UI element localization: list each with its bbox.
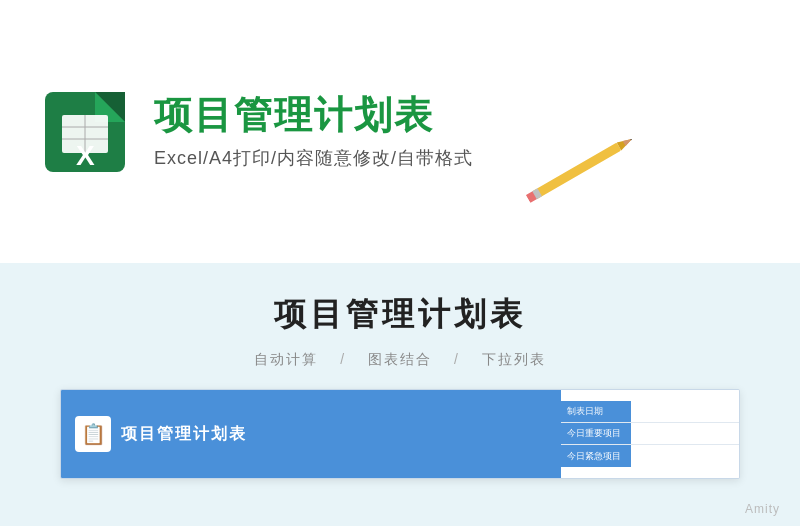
excel-logo: X [40, 87, 130, 177]
doc-row-label-1: 制表日期 [561, 401, 631, 422]
bottom-section: 项目管理计划表 自动计算 / 图表结合 / 下拉列表 📋 项目管理计划表 制表日… [0, 263, 800, 526]
doc-row-label-2: 今日重要项目 [561, 423, 631, 444]
top-section: X 项目管理计划表 Excel/A4打印/内容随意修改/自带格式 [0, 0, 800, 263]
doc-icon: 📋 [75, 416, 111, 452]
pencil-decoration [524, 131, 637, 207]
brand-watermark: Amity [745, 502, 780, 516]
tag-chart: 图表结合 [368, 351, 432, 367]
slash-2: / [454, 351, 460, 367]
title-area: 项目管理计划表 Excel/A4打印/内容随意修改/自带格式 [154, 93, 473, 171]
doc-row-1: 制表日期 [561, 401, 739, 423]
main-title: 项目管理计划表 [154, 93, 473, 139]
doc-panel-title: 项目管理计划表 [121, 424, 247, 445]
slash-1: / [340, 351, 346, 367]
tag-auto-calc: 自动计算 [254, 351, 318, 367]
svg-text:X: X [76, 140, 95, 171]
svg-rect-8 [532, 143, 621, 200]
doc-row-label-3: 今日紧急项目 [561, 445, 631, 467]
doc-left-panel: 📋 项目管理计划表 [61, 390, 559, 478]
sub-title: Excel/A4打印/内容随意修改/自带格式 [154, 146, 473, 170]
doc-icon-emoji: 📋 [81, 422, 106, 446]
doc-preview: 📋 项目管理计划表 制表日期 今日重要项目 今日紧急项目 [60, 389, 740, 479]
preview-tags: 自动计算 / 图表结合 / 下拉列表 [246, 351, 553, 369]
doc-row-3: 今日紧急项目 [561, 445, 739, 467]
preview-main-title: 项目管理计划表 [274, 293, 526, 337]
tag-dropdown: 下拉列表 [482, 351, 546, 367]
doc-right-panel: 制表日期 今日重要项目 今日紧急项目 [559, 390, 739, 478]
doc-row-2: 今日重要项目 [561, 423, 739, 445]
